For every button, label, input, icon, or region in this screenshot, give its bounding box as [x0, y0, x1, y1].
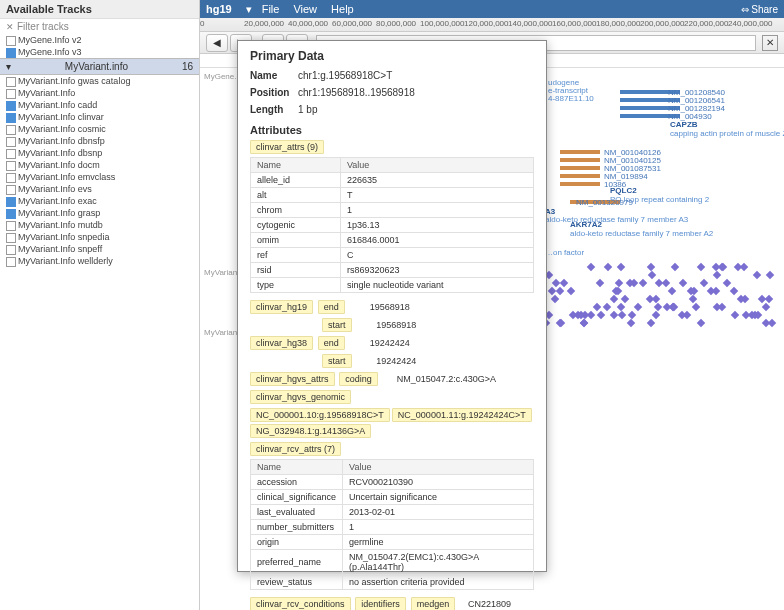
variant-marker[interactable] [731, 311, 739, 319]
table-row: typesingle nucleotide variant [251, 278, 534, 293]
variant-marker[interactable] [651, 311, 659, 319]
variant-marker[interactable] [621, 295, 629, 303]
variant-marker[interactable] [697, 319, 705, 327]
tag-hgvs-item[interactable]: NG_032948.1:g.14136G>A [250, 424, 371, 438]
variant-marker[interactable] [700, 279, 708, 287]
variant-marker[interactable] [609, 311, 617, 319]
tag-rcv-cond[interactable]: clinvar_rcv_conditions [250, 597, 351, 610]
track-item[interactable]: MyVariant.Info [0, 87, 199, 99]
variant-marker[interactable] [692, 303, 700, 311]
menu-help[interactable]: Help [331, 3, 354, 15]
track-item[interactable]: MyVariant.Info clinvar [0, 111, 199, 123]
variant-marker[interactable] [639, 279, 647, 287]
variant-marker[interactable] [556, 287, 564, 295]
nav-back[interactable]: ◀ [206, 34, 228, 52]
table-row: refC [251, 248, 534, 263]
track-item[interactable]: MyVariant.Info wellderly [0, 255, 199, 267]
variant-marker[interactable] [610, 295, 618, 303]
share-button[interactable]: ⇔ Share [741, 4, 778, 15]
track-item[interactable]: MyVariant.Info docm [0, 159, 199, 171]
kv-key: Position [250, 87, 298, 98]
variant-marker[interactable] [548, 287, 556, 295]
kv-key: Name [250, 70, 298, 81]
feature-dialog: Primary Data Namechr1:g.19568918C>TPosit… [237, 40, 547, 572]
track-item[interactable]: MyVariant.Info exac [0, 195, 199, 207]
track-item[interactable]: MyVariant.Info gwas catalog [0, 75, 199, 87]
track-item[interactable]: MyVariant.Info dbnsfp [0, 135, 199, 147]
variant-marker[interactable] [603, 303, 611, 311]
variant-marker[interactable] [670, 263, 678, 271]
tag-start[interactable]: start [322, 354, 352, 368]
tag-clinvar-attrs[interactable]: clinvar_attrs (9) [250, 140, 324, 154]
variant-marker[interactable] [596, 279, 604, 287]
menu-view[interactable]: View [293, 3, 317, 15]
variant-marker[interactable] [762, 303, 770, 311]
tag-hg38[interactable]: clinvar_hg38 [250, 336, 313, 350]
tag-coding[interactable]: coding [339, 372, 378, 386]
tag-rcv-attrs[interactable]: clinvar_rcv_attrs (7) [250, 442, 341, 456]
variant-marker[interactable] [566, 287, 574, 295]
filter-tracks[interactable]: Filter tracks [0, 19, 199, 34]
tag-hg19[interactable]: clinvar_hg19 [250, 300, 313, 314]
variant-marker[interactable] [679, 279, 687, 287]
variant-marker[interactable] [768, 319, 776, 327]
variant-marker[interactable] [560, 279, 568, 287]
variant-marker[interactable] [652, 295, 660, 303]
kv-value: chr1:19568918..19568918 [298, 87, 415, 98]
variant-marker[interactable] [634, 303, 642, 311]
tag-identifiers[interactable]: identifiers [355, 597, 406, 610]
track-item[interactable]: MyVariant.Info dbsnp [0, 147, 199, 159]
tag-end[interactable]: end [318, 336, 345, 350]
variant-marker[interactable] [604, 263, 612, 271]
track-item[interactable]: MyVariant.Info cosmic [0, 123, 199, 135]
table-row: rsidrs869320623 [251, 263, 534, 278]
sidebar: Available Tracks Filter tracks MyGene.In… [0, 0, 200, 610]
variant-marker[interactable] [752, 271, 760, 279]
genome-ruler[interactable]: 020,000,00040,000,00060,000,00080,000,00… [200, 18, 784, 32]
dialog-title: Primary Data [250, 49, 534, 63]
track-item[interactable]: MyVariant.Info evs [0, 183, 199, 195]
variant-marker[interactable] [618, 311, 626, 319]
variant-marker[interactable] [580, 319, 588, 327]
th-name: Name [251, 460, 343, 475]
variant-marker[interactable] [718, 303, 726, 311]
tag-start[interactable]: start [322, 318, 352, 332]
variant-marker[interactable] [617, 303, 625, 311]
variant-marker[interactable] [713, 271, 721, 279]
menu-file[interactable]: File [262, 3, 280, 15]
variant-marker[interactable] [730, 287, 738, 295]
variant-marker[interactable] [655, 279, 663, 287]
tag-hgvs-attrs[interactable]: clinvar_hgvs_attrs [250, 372, 335, 386]
variant-marker[interactable] [627, 319, 635, 327]
tag-end[interactable]: end [318, 300, 345, 314]
variant-marker[interactable] [766, 271, 774, 279]
track-item[interactable]: MyGene.Info v2 [0, 34, 199, 46]
variant-marker[interactable] [550, 295, 558, 303]
clinvar-attrs-table: NameValue allele_id226635altTchrom1cytog… [250, 157, 534, 293]
track-item[interactable]: MyVariant.Info emvclass [0, 171, 199, 183]
variant-marker[interactable] [628, 311, 636, 319]
variant-marker[interactable] [667, 287, 675, 295]
track-item[interactable]: MyVariant.Info snpeff [0, 243, 199, 255]
tag-medgen[interactable]: medgen [411, 597, 456, 610]
track-item[interactable]: MyGene.Info v3 [0, 46, 199, 58]
variant-marker[interactable] [586, 263, 594, 271]
track-item[interactable]: MyVariant.Info mutdb [0, 219, 199, 231]
variant-marker[interactable] [647, 319, 655, 327]
variant-marker[interactable] [697, 263, 705, 271]
track-item[interactable]: MyVariant.Info snpedia [0, 231, 199, 243]
tag-hgvs-item[interactable]: NC_000001.11:g.19242424C>T [392, 408, 532, 422]
tag-hgvs-genomic[interactable]: clinvar_hgvs_genomic [250, 390, 351, 404]
tag-hgvs-item[interactable]: NC_000001.10:g.19568918C>T [250, 408, 390, 422]
track-item[interactable]: MyVariant.Info grasp [0, 207, 199, 219]
variant-marker[interactable] [648, 271, 656, 279]
variant-marker[interactable] [597, 311, 605, 319]
variant-marker[interactable] [733, 263, 741, 271]
variant-marker[interactable] [722, 279, 730, 287]
variant-marker[interactable] [617, 263, 625, 271]
table-row: number_submitters1 [251, 520, 534, 535]
track-item[interactable]: MyVariant.Info cadd [0, 99, 199, 111]
section-header[interactable]: MyVariant.info16 [0, 58, 199, 75]
genome-selector[interactable]: hg19 [206, 3, 232, 15]
close-icon[interactable]: ✕ [762, 35, 778, 51]
